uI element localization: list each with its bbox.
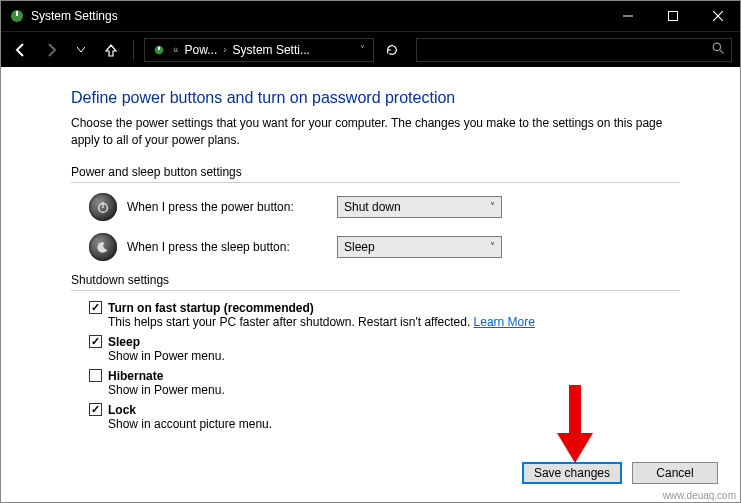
window-title: System Settings <box>31 9 118 23</box>
svg-rect-7 <box>158 46 160 50</box>
lock-row: Lock Show in account picture menu. <box>89 403 680 431</box>
fast-startup-title: Turn on fast startup (recommended) <box>108 301 314 315</box>
chevron-down-icon: ˅ <box>490 201 495 212</box>
close-button[interactable] <box>695 1 740 31</box>
power-button-row: When I press the power button: Shut down… <box>89 193 680 221</box>
power-button-select[interactable]: Shut down ˅ <box>337 196 502 218</box>
window-controls <box>605 1 740 31</box>
hibernate-desc: Show in Power menu. <box>108 383 680 397</box>
group-power-sleep-label: Power and sleep button settings <box>71 165 248 179</box>
up-button[interactable] <box>99 38 123 62</box>
svg-marker-13 <box>557 433 593 463</box>
back-button[interactable] <box>9 38 33 62</box>
svg-line-9 <box>720 50 723 53</box>
chevron-right-icon: › <box>221 44 228 55</box>
svg-rect-3 <box>668 12 677 21</box>
sleep-button-row: When I press the sleep button: Sleep ˅ <box>89 233 680 261</box>
footer-buttons: Save changes Cancel <box>522 462 718 484</box>
lock-title: Lock <box>108 403 136 417</box>
power-icon <box>89 193 117 221</box>
learn-more-link[interactable]: Learn More <box>474 315 535 329</box>
fast-startup-row: Turn on fast startup (recommended) This … <box>89 301 680 329</box>
recent-dropdown[interactable] <box>69 38 93 62</box>
titlebar: System Settings <box>1 1 740 31</box>
lock-desc: Show in account picture menu. <box>108 417 680 431</box>
forward-button[interactable] <box>39 38 63 62</box>
svg-point-8 <box>713 43 720 50</box>
watermark: www.deuaq.com <box>663 490 736 501</box>
power-select-value: Shut down <box>344 200 401 214</box>
group-power-sleep: Power and sleep button settings <box>71 165 680 181</box>
chevron-down-icon[interactable]: ˅ <box>358 44 367 55</box>
sleep-title: Sleep <box>108 335 140 349</box>
sleep-icon <box>89 233 117 261</box>
sleep-button-label: When I press the sleep button: <box>127 240 327 254</box>
maximize-button[interactable] <box>650 1 695 31</box>
search-icon <box>712 42 725 58</box>
nav-separator <box>133 40 134 60</box>
refresh-button[interactable] <box>380 38 404 62</box>
sleep-desc: Show in Power menu. <box>108 349 680 363</box>
sleep-button-select[interactable]: Sleep ˅ <box>337 236 502 258</box>
content-area: Define power buttons and turn on passwor… <box>1 67 740 431</box>
search-input[interactable] <box>416 38 732 62</box>
address-bar[interactable]: « Pow... › System Setti... ˅ <box>144 38 374 62</box>
group-shutdown: Shutdown settings <box>71 273 680 289</box>
fast-startup-desc: This helps start your PC faster after sh… <box>108 315 474 329</box>
lock-checkbox[interactable] <box>89 403 102 416</box>
address-icon <box>151 42 167 58</box>
page-description: Choose the power settings that you want … <box>71 115 680 149</box>
navbar: « Pow... › System Setti... ˅ <box>1 31 740 67</box>
save-button[interactable]: Save changes <box>522 462 622 484</box>
svg-rect-1 <box>16 11 18 16</box>
fast-startup-checkbox[interactable] <box>89 301 102 314</box>
app-icon <box>9 8 25 24</box>
chevron-down-icon: ˅ <box>490 241 495 252</box>
cancel-button[interactable]: Cancel <box>632 462 718 484</box>
address-chevron-icon: « <box>171 44 181 55</box>
sleep-row: Sleep Show in Power menu. <box>89 335 680 363</box>
minimize-button[interactable] <box>605 1 650 31</box>
sleep-select-value: Sleep <box>344 240 375 254</box>
hibernate-row: Hibernate Show in Power menu. <box>89 369 680 397</box>
hibernate-checkbox[interactable] <box>89 369 102 382</box>
hibernate-title: Hibernate <box>108 369 163 383</box>
sleep-checkbox[interactable] <box>89 335 102 348</box>
group-shutdown-label: Shutdown settings <box>71 273 175 287</box>
breadcrumb-seg-1[interactable]: Pow... <box>185 43 218 57</box>
breadcrumb-seg-2[interactable]: System Setti... <box>233 43 310 57</box>
page-title: Define power buttons and turn on passwor… <box>71 89 680 107</box>
power-button-label: When I press the power button: <box>127 200 327 214</box>
